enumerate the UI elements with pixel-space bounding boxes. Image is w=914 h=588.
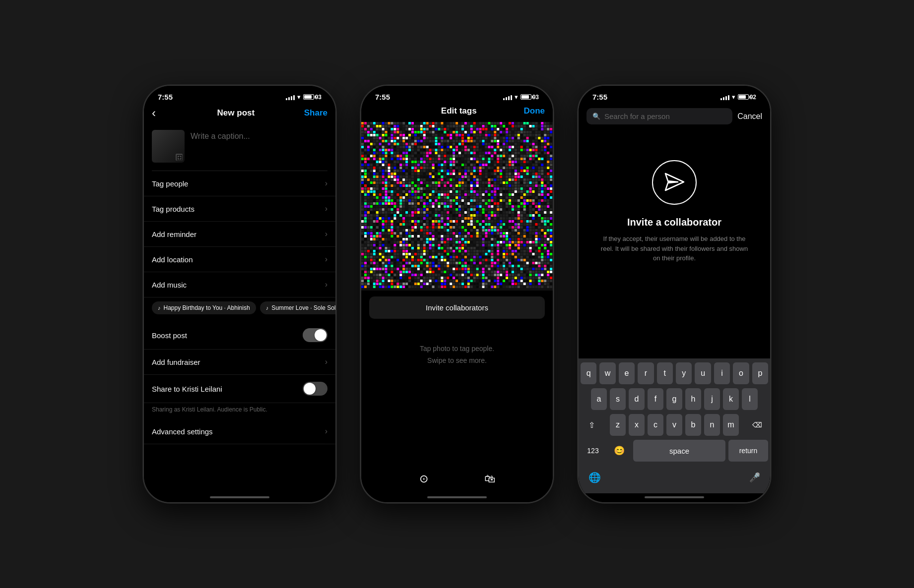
- phone-new-post: 7:55 ▾ 93 ‹ N: [143, 85, 336, 503]
- invite-description: If they accept, their username will be a…: [579, 234, 770, 263]
- signal-icon-3: [720, 94, 729, 100]
- boost-post-row: Boost post: [144, 321, 335, 350]
- key-q[interactable]: q: [581, 362, 596, 384]
- music-chip-2[interactable]: ♪ Summer Love · Sole Sole: [260, 301, 335, 314]
- keyboard[interactable]: q w e r t y u i o p a s d f g: [579, 358, 770, 493]
- phone-edit-tags: 7:55 ▾ 93 Ed: [360, 85, 554, 503]
- menu-item-advanced-settings[interactable]: Advanced settings ›: [144, 419, 335, 444]
- tag-product-icon[interactable]: 🛍: [484, 472, 495, 485]
- wifi-icon-2: ▾: [515, 93, 518, 101]
- chevron-icon: ›: [325, 357, 327, 366]
- page-title-2: Edit tags: [441, 106, 477, 116]
- key-n[interactable]: n: [704, 414, 720, 436]
- key-d[interactable]: d: [629, 388, 645, 410]
- home-indicator-3: [645, 496, 704, 498]
- music-chips: ♪ Happy Birthday to You · Abhinish ♪ Sum…: [144, 297, 335, 321]
- key-e[interactable]: e: [619, 362, 635, 384]
- keyboard-row-3: ⇧ z x c v b n m ⌫: [581, 414, 768, 436]
- key-w[interactable]: w: [599, 362, 615, 384]
- globe-icon[interactable]: 🌐: [585, 468, 605, 487]
- battery-3: 92: [738, 94, 756, 101]
- invite-title: Invite a collaborator: [627, 217, 721, 228]
- key-f[interactable]: f: [648, 388, 663, 410]
- status-bar-2: 7:55 ▾ 93: [361, 86, 553, 104]
- invite-main: Invite a collaborator If they accept, th…: [579, 130, 770, 358]
- num-key[interactable]: 123: [581, 440, 605, 462]
- status-time-1: 7:55: [158, 93, 173, 101]
- tap-hint: Tap photo to tag people.: [361, 325, 553, 356]
- signal-icon-1: [286, 94, 295, 100]
- search-bar: 🔍 Search for a person Cancel: [579, 104, 770, 130]
- key-m[interactable]: m: [723, 414, 739, 436]
- key-i[interactable]: i: [714, 362, 730, 384]
- key-u[interactable]: u: [695, 362, 711, 384]
- key-g[interactable]: g: [666, 388, 682, 410]
- menu-item-tag-people[interactable]: Tag people ›: [144, 171, 335, 196]
- menu-item-add-location[interactable]: Add location ›: [144, 247, 335, 272]
- key-b[interactable]: b: [685, 414, 701, 436]
- caption-field[interactable]: Write a caption...: [191, 130, 327, 141]
- delete-key[interactable]: ⌫: [746, 414, 768, 436]
- menu-item-add-fundraiser[interactable]: Add fundraiser ›: [144, 350, 335, 375]
- key-r[interactable]: r: [638, 362, 653, 384]
- signal-icon-2: [503, 94, 512, 100]
- key-h[interactable]: h: [685, 388, 701, 410]
- back-button-1[interactable]: ‹: [152, 106, 168, 120]
- mic-icon[interactable]: 🎤: [745, 468, 764, 487]
- chevron-icon: ›: [325, 280, 327, 289]
- phone-invite-collaborator: 7:55 ▾ 92: [578, 85, 771, 503]
- share-to-toggle[interactable]: [303, 382, 327, 396]
- key-c[interactable]: c: [648, 414, 663, 436]
- status-bar-1: 7:55 ▾ 93: [144, 86, 335, 104]
- space-key[interactable]: space: [633, 440, 725, 462]
- key-a[interactable]: a: [591, 388, 607, 410]
- chevron-icon: ›: [325, 230, 327, 238]
- menu-item-add-reminder[interactable]: Add reminder ›: [144, 222, 335, 247]
- key-z[interactable]: z: [610, 414, 626, 436]
- search-input[interactable]: Search for a person: [604, 112, 670, 120]
- status-time-3: 7:55: [592, 93, 607, 101]
- search-icon: 🔍: [592, 113, 600, 120]
- invite-collaborators-button[interactable]: Invite collaborators: [369, 296, 545, 319]
- music-chip-1[interactable]: ♪ Happy Birthday to You · Abhinish: [152, 301, 256, 314]
- swipe-hint: Swipe to see more.: [361, 356, 553, 370]
- return-key[interactable]: return: [728, 440, 768, 462]
- post-header: ⊞ Write a caption...: [144, 126, 335, 171]
- emoji-key[interactable]: 😊: [608, 440, 630, 462]
- sharing-note: Sharing as Kristi Leilani. Audience is P…: [144, 403, 335, 419]
- photo-grid[interactable]: [361, 122, 553, 291]
- nav-bar-1: ‹ New post Share: [144, 104, 335, 126]
- key-o[interactable]: o: [733, 362, 749, 384]
- key-y[interactable]: y: [676, 362, 692, 384]
- key-t[interactable]: t: [657, 362, 673, 384]
- share-to-row: Share to Kristi Leilani: [144, 375, 335, 403]
- chevron-icon: ›: [325, 427, 327, 436]
- shift-key[interactable]: ⇧: [581, 414, 602, 436]
- battery-2: 93: [521, 94, 539, 101]
- key-v[interactable]: v: [666, 414, 682, 436]
- menu-item-tag-products[interactable]: Tag products ›: [144, 196, 335, 222]
- key-l[interactable]: l: [742, 388, 758, 410]
- home-indicator-2: [427, 496, 487, 498]
- menu-item-add-music[interactable]: Add music ›: [144, 272, 335, 297]
- key-j[interactable]: j: [704, 388, 720, 410]
- status-icons-3: ▾ 92: [720, 93, 756, 101]
- chevron-icon: ›: [325, 204, 327, 213]
- share-button[interactable]: Share: [304, 108, 327, 118]
- page-title-1: New post: [217, 108, 255, 118]
- tag-person-icon[interactable]: ⊙: [419, 472, 428, 485]
- key-x[interactable]: x: [629, 414, 645, 436]
- status-icons-2: ▾ 93: [503, 93, 539, 101]
- bottom-toolbar: ⊙ 🛍: [361, 467, 553, 493]
- key-p[interactable]: p: [752, 362, 768, 384]
- cancel-button[interactable]: Cancel: [737, 112, 762, 121]
- keyboard-row-1: q w e r t y u i o p: [581, 362, 768, 384]
- nav-bar-2: Edit tags Done: [361, 104, 553, 122]
- key-s[interactable]: s: [610, 388, 626, 410]
- wifi-icon-3: ▾: [732, 93, 735, 101]
- search-input-wrap[interactable]: 🔍 Search for a person: [587, 108, 732, 124]
- boost-post-toggle[interactable]: [303, 328, 327, 342]
- keyboard-row-2: a s d f g h j k l: [581, 388, 768, 410]
- done-button[interactable]: Done: [523, 106, 545, 116]
- key-k[interactable]: k: [723, 388, 739, 410]
